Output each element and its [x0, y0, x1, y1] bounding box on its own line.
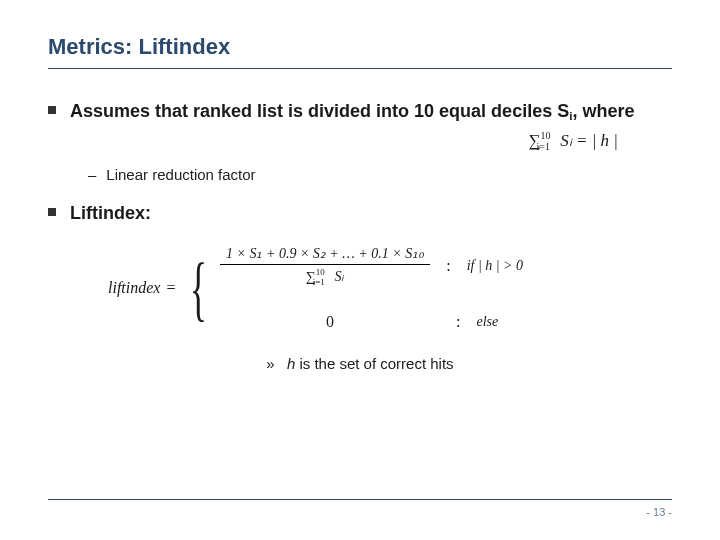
equals-sign: = [166, 279, 175, 297]
left-brace-icon: { [190, 258, 207, 318]
arrow-icon: » [266, 355, 274, 372]
sub-bullet-text: Linear reduction factor [106, 166, 255, 183]
liftindex-label: liftindex [108, 279, 160, 297]
bullet-square-icon [48, 106, 56, 114]
colon-icon: : [446, 257, 450, 275]
den-body: Sᵢ [334, 269, 344, 284]
slide: Metrics: Liftindex Assumes that ranked l… [0, 0, 720, 540]
page-number: - 13 - [646, 506, 672, 518]
note-line: » h is the set of correct hits [48, 355, 672, 372]
colon-icon: : [456, 313, 460, 331]
bullet-square-icon [48, 208, 56, 216]
footer: - 13 - [48, 499, 672, 518]
dash-icon: – [88, 166, 96, 183]
case1-condition: if | h | > 0 [467, 258, 523, 274]
sum-lower: i=1 [537, 141, 550, 152]
sum-formula: ∑10i=1 Sᵢ = | h | [48, 130, 618, 152]
bullet-assumes: Assumes that ranked list is divided into… [48, 99, 672, 124]
slide-title: Metrics: Liftindex [48, 34, 672, 69]
bullet1-suffix: , where [572, 101, 634, 121]
formula-cases: 1 × S₁ + 0.9 × S₂ + … + 0.1 × S₁₀ ∑10i=1… [220, 245, 523, 330]
den-lower: i=1 [313, 277, 325, 287]
sum-upper: 10 [541, 130, 551, 141]
den-upper: 10 [316, 267, 325, 277]
bullet-liftindex: Liftindex: [48, 201, 672, 225]
bullet-liftindex-text: Liftindex: [70, 201, 151, 225]
case2-condition: else [476, 314, 498, 330]
fraction-denominator: ∑10i=1 Sᵢ [300, 267, 351, 286]
case-row-2: 0 : else [220, 313, 523, 331]
bullet1-prefix: Assumes that ranked list is divided into… [70, 101, 569, 121]
sub-bullet-linear: – Linear reduction factor [88, 166, 672, 183]
bullet-assumes-text: Assumes that ranked list is divided into… [70, 99, 634, 124]
note-text: is the set of correct hits [295, 355, 453, 372]
sum-body: Sᵢ = | h | [560, 131, 618, 150]
note-variable: h [287, 355, 295, 372]
liftindex-formula: liftindex = { 1 × S₁ + 0.9 × S₂ + … + 0.… [108, 245, 672, 330]
fraction-numerator: 1 × S₁ + 0.9 × S₂ + … + 0.1 × S₁₀ [220, 245, 430, 262]
case2-value: 0 [220, 313, 440, 331]
case-row-1: 1 × S₁ + 0.9 × S₂ + … + 0.1 × S₁₀ ∑10i=1… [220, 245, 523, 286]
fraction: 1 × S₁ + 0.9 × S₂ + … + 0.1 × S₁₀ ∑10i=1… [220, 245, 430, 286]
fraction-line [220, 264, 430, 265]
